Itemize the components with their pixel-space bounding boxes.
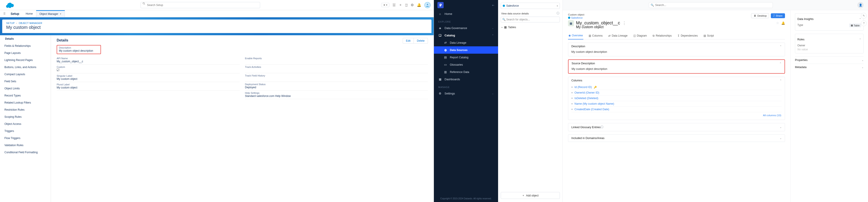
add-object-button[interactable]: ＋ Add object	[501, 192, 560, 199]
bullet-icon	[571, 92, 573, 93]
sidebar-item-field-sets[interactable]: Field Sets	[0, 78, 51, 85]
al-object-panel: Salesforce ▾ View data source details ⓘ …	[498, 0, 563, 202]
info-icon[interactable]: ⓘ	[600, 125, 603, 129]
sidebar-item-object-limits[interactable]: Object Limits	[0, 85, 51, 92]
sidebar-item-validation-rules[interactable]: Validation Rules	[0, 142, 51, 149]
sidebar-item-lightning-pages[interactable]: Lightning Record Pages	[0, 57, 51, 64]
sidebar-item-page-layouts[interactable]: Page Layouts	[0, 50, 51, 57]
sf-header-band: SETUP › OBJECT MANAGER My custom object	[0, 17, 434, 35]
nav-catalog[interactable]: ❏ Catalog ⌃	[434, 32, 498, 39]
tab-columns[interactable]: ▥Columns	[588, 32, 603, 39]
column-link[interactable]: Id (Record ID)	[575, 86, 592, 89]
dataedo-logo[interactable]	[437, 2, 444, 8]
delete-button[interactable]: Delete	[414, 38, 428, 44]
column-row[interactable]: IsDeleted (Deleted)	[571, 95, 782, 101]
nav-dashboards[interactable]: ▦ Dashboards	[434, 76, 498, 83]
sidebar-item-flow-triggers[interactable]: Flow Triggers	[0, 135, 51, 142]
tab-dependencies[interactable]: ↧Dependencies	[677, 32, 698, 39]
desktop-button[interactable]: 🖥 Desktop	[751, 13, 769, 18]
book-icon: ▭	[444, 63, 447, 66]
sidebar-item-buttons-links[interactable]: Buttons, Links, and Actions	[0, 64, 51, 71]
app-launcher-icon[interactable]: ⠿	[1, 10, 7, 17]
card-header[interactable]: Columns ⌃	[568, 77, 785, 84]
aside-header[interactable]: Roles ⌃	[797, 36, 861, 43]
aside-metadata[interactable]: Metadata ⌄	[795, 64, 864, 71]
collapse-nav-icon[interactable]: ⇤	[492, 4, 495, 7]
nav-home[interactable]: ⌂ Home	[434, 10, 498, 18]
salesforce-help-icon[interactable]: ⍰	[405, 3, 407, 7]
feedback-icon[interactable]: ✎	[861, 13, 867, 19]
breadcrumb-separator: ›	[16, 22, 17, 24]
sidebar-item-triggers[interactable]: Triggers	[0, 127, 51, 135]
sidebar-item-restriction-rules[interactable]: Restriction Rules	[0, 106, 51, 113]
favorites-pill[interactable]: ★ ▾	[381, 3, 390, 7]
nav-glossaries[interactable]: ▭ Glossaries	[434, 61, 498, 68]
tab-script[interactable]: ▤Script	[703, 32, 714, 39]
card-header[interactable]: Source Description ⌃	[568, 60, 784, 67]
tab-overview[interactable]: ◉Overview	[568, 32, 583, 39]
nav-data-sources[interactable]: ◍ Data Sources	[434, 46, 498, 54]
column-row[interactable]: OwnerId (Owner ID)	[571, 90, 782, 95]
column-link[interactable]: IsDeleted (Deleted)	[575, 97, 598, 100]
global-search-input[interactable]	[649, 2, 773, 8]
user-avatar[interactable]	[424, 2, 431, 8]
column-row[interactable]: Id (Record ID) 🔑	[571, 85, 782, 90]
tag-text: Table	[854, 24, 860, 27]
tab-data-lineage[interactable]: ⇄Data Lineage	[608, 32, 628, 39]
info-icon[interactable]: ⓘ	[557, 11, 559, 15]
tree-node-tables[interactable]: ▸ ▦ Tables	[498, 25, 562, 30]
lineage-icon: ⇄	[444, 41, 447, 45]
share-button[interactable]: ⤴ Share	[771, 13, 785, 18]
global-actions-icon[interactable]: ＋	[399, 3, 402, 7]
sf-body: Details Fields & Relationships Page Layo…	[0, 35, 434, 202]
description-field-highlight: Description My custom object description	[57, 45, 101, 54]
star-icon[interactable]: ☆	[776, 21, 779, 25]
user-avatar[interactable]: 👤	[857, 2, 864, 8]
sidebar-item-compact-layouts[interactable]: Compact Layouts	[0, 71, 51, 78]
column-row[interactable]: Name (My custom object Name)	[571, 101, 782, 107]
nav-data-lineage[interactable]: ⇄ Data Lineage	[434, 39, 498, 46]
nav-reference-data[interactable]: ▥ Reference Data	[434, 68, 498, 76]
help-icon[interactable]: ?	[861, 20, 867, 26]
source-selector[interactable]: Salesforce ▾	[501, 3, 560, 9]
object-search[interactable]: 🔍 Search for objects...	[501, 17, 560, 22]
sidebar-item-object-access[interactable]: Object Access	[0, 120, 51, 127]
bell-icon[interactable]: 🔔	[781, 21, 785, 25]
aside-header[interactable]: Data Insights ⌃	[797, 16, 861, 23]
source-breadcrumb[interactable]: Salesforce	[568, 17, 584, 19]
sidebar-item-scoping-rules[interactable]: Scoping Rules	[0, 113, 51, 120]
app-name: Setup	[7, 10, 22, 17]
notifications-bell-icon[interactable]: 🔔	[417, 3, 421, 7]
chevron-up-icon: ⌃	[492, 34, 494, 36]
sidebar-item-related-lookup[interactable]: Related Lookup Filters	[0, 99, 51, 106]
tab-relationships[interactable]: ⧉Relationships	[652, 32, 672, 39]
sidebar-item-fields[interactable]: Fields & Relationships	[0, 42, 51, 50]
sidebar-item-conditional-formatting[interactable]: Conditional Field Formatting	[0, 149, 51, 156]
crumb-object-manager[interactable]: OBJECT MANAGER	[19, 22, 42, 24]
sidebar-item-record-types[interactable]: Record Types	[0, 92, 51, 99]
column-row[interactable]: CreatedDate (Created Date)	[571, 107, 782, 112]
column-link[interactable]: CreatedDate (Created Date)	[575, 108, 609, 111]
setup-gear-icon[interactable]: ⚙	[411, 3, 414, 7]
aside-properties[interactable]: Properties ⌄	[795, 57, 864, 64]
history-icon[interactable]: ☱	[393, 3, 396, 7]
salesforce-logo	[3, 1, 17, 9]
tab-diagram[interactable]: ◫Diagram	[633, 32, 647, 39]
nav-data-governance[interactable]: ◈ Data Governance ⌄	[434, 24, 498, 32]
tree-expand-icon[interactable]: ▸	[502, 26, 503, 28]
nav-report-catalog[interactable]: ▤ Report Catalog	[434, 54, 498, 61]
tab-home[interactable]: Home	[22, 10, 36, 17]
edit-button[interactable]: Edit	[403, 38, 414, 44]
card-header[interactable]: Linked Glossary Entries ⓘ ⌄	[568, 123, 785, 131]
column-link[interactable]: OwnerId (Owner ID)	[575, 91, 599, 94]
card-header[interactable]: Included in Domains/Areas ⌄	[568, 135, 785, 142]
all-columns-link[interactable]: All columns (10)	[571, 112, 782, 117]
column-link[interactable]: Name (My custom object Name)	[575, 102, 614, 105]
tab-object-manager[interactable]: Object Manager ▼	[36, 10, 65, 17]
setup-search-input[interactable]	[141, 2, 260, 8]
sidebar-item-details[interactable]: Details	[0, 35, 51, 42]
crumb-setup[interactable]: SETUP	[6, 22, 14, 24]
card-header[interactable]: Description ⌃	[568, 43, 785, 50]
nav-settings[interactable]: ⚙ Settings ⌄	[434, 90, 498, 97]
more-menu-icon[interactable]: ⋮	[622, 21, 626, 25]
